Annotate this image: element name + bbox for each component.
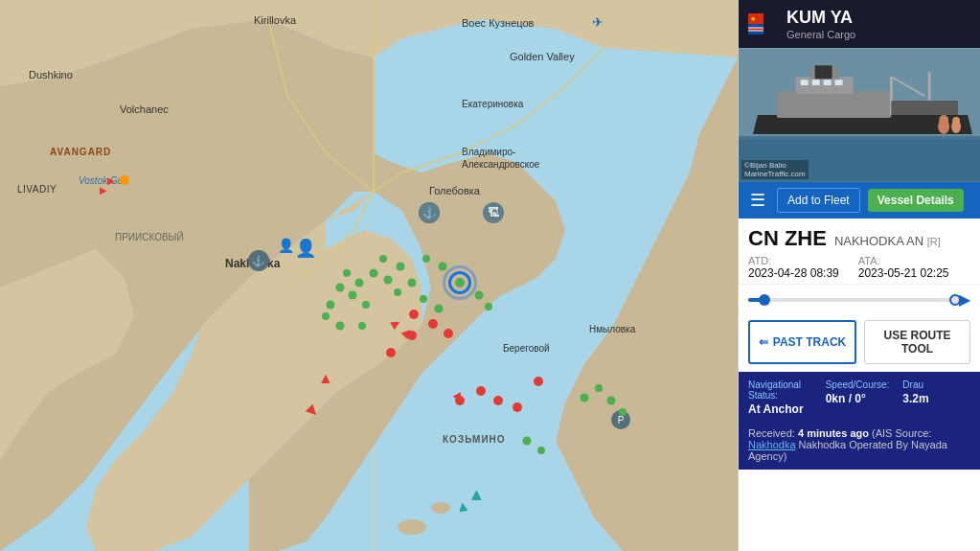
vessel-dot-r3[interactable] <box>444 329 453 338</box>
draught-label: Drau <box>902 379 970 390</box>
atd-label: ATD: <box>748 255 839 266</box>
received-row: Received: 4 minutes ago (AIS Source: Nak… <box>739 424 980 470</box>
vessel-dot-g11[interactable] <box>435 305 444 313</box>
past-track-icon: ⇐ <box>759 335 768 349</box>
vessel-dot-orange[interactable] <box>120 175 129 185</box>
port-icon-terminal[interactable]: 🏗 <box>483 202 504 223</box>
draught-value: 3.2m <box>902 392 970 405</box>
vessel-dot-r6[interactable] <box>493 396 503 405</box>
atd-block: ATD: 2023-04-28 08:39 <box>748 255 839 280</box>
svg-rect-21 <box>891 101 958 115</box>
vessel-dot-g22[interactable] <box>619 408 627 416</box>
port-icon-nakhodka[interactable]: ⚓ <box>248 250 269 271</box>
nav-status-value: At Anchor <box>748 402 816 416</box>
vessel-dot-g10[interactable] <box>420 295 427 303</box>
vessel-dot-g13[interactable] <box>379 255 387 263</box>
panel-header: ★ KUM YA General Cargo <box>739 0 980 48</box>
svg-rect-22 <box>815 65 832 79</box>
vessel-dot-g21[interactable] <box>607 397 616 405</box>
nav-status-row: Navigational Status: At Anchor Speed/Cou… <box>739 372 980 424</box>
received-agency-link[interactable]: Nakhodka <box>748 439 796 450</box>
vessel-dot-g5[interactable] <box>343 269 351 277</box>
vessel-dot-g7[interactable] <box>384 276 393 285</box>
progress-bar <box>748 298 955 302</box>
vessel-dot-g24[interactable] <box>537 447 545 454</box>
side-panel: ★ KUM YA General Cargo <box>738 0 980 551</box>
past-track-label: PAST TRACK <box>773 335 846 349</box>
cluster-icon-2: 👤 <box>278 238 294 253</box>
svg-rect-15 <box>812 80 820 85</box>
ata-value: 2023-05-21 02:25 <box>858 266 949 280</box>
vessel-dot-g25[interactable] <box>322 312 330 320</box>
atd-ata-row: ATD: 2023-04-28 08:39 ATA: 2023-05-21 02… <box>748 255 970 280</box>
vessel-dot-g1[interactable] <box>336 284 345 292</box>
selected-vessel-dot[interactable] <box>455 278 465 287</box>
vessel-header-text: KUM YA General Cargo <box>786 8 855 40</box>
vessel-dot-g14[interactable] <box>397 263 405 271</box>
vessel-dot-g18[interactable] <box>485 303 492 310</box>
vessel-dot-g19[interactable] <box>581 394 589 402</box>
vessel-dot-g23[interactable] <box>523 437 532 446</box>
ship-image-container: ©Bijan Balio MarineTraffic.com <box>739 48 980 182</box>
vessel-dot-r10[interactable] <box>386 348 396 357</box>
vessel-flag-icon: ★ <box>748 13 779 34</box>
aircraft-icon: ✈ <box>592 14 604 30</box>
speed-course-label: Speed/Course: <box>826 379 894 390</box>
add-to-fleet-button[interactable]: Add to Fleet <box>777 188 860 213</box>
vessel-arrow-1[interactable]: ▲ <box>318 370 333 387</box>
svg-point-2 <box>398 519 426 535</box>
port-icon-center-top[interactable]: ⚓ <box>419 202 440 223</box>
draught-col: Drau 3.2m <box>902 379 970 416</box>
svg-point-24 <box>939 115 948 125</box>
vessel-dot-r1[interactable] <box>409 310 419 319</box>
vessel-dot-g6[interactable] <box>370 269 378 278</box>
vessel-dot-g15[interactable] <box>422 255 430 263</box>
vessel-dot-g16[interactable] <box>439 263 447 271</box>
vessel-dot-g8[interactable] <box>394 288 401 296</box>
vessel-dot-g27[interactable] <box>358 322 366 330</box>
speed-course-value: 0kn / 0° <box>826 392 894 405</box>
toolbar-row: ☰ Add to Fleet Vessel Details <box>739 182 980 218</box>
img-credit: ©Bijan Balio MarineTraffic.com <box>741 160 809 179</box>
atd-value: 2023-04-28 08:39 <box>748 266 839 280</box>
vessel-details-button[interactable]: Vessel Details <box>868 189 964 212</box>
vessel-dot-g4[interactable] <box>355 279 364 287</box>
vessel-destination: NAKHODKA AN [R] <box>834 234 941 248</box>
svg-rect-11 <box>777 91 892 118</box>
ata-block: ATA: 2023-05-21 02:25 <box>858 255 949 280</box>
vessel-type: General Cargo <box>786 29 855 40</box>
map-area[interactable]: Kirillovka Dushkino Volchanec AVANGARD L… <box>0 0 738 551</box>
vessel-arrow-small-2[interactable]: ▶ <box>100 185 107 195</box>
flag-svg: ★ <box>748 13 779 34</box>
nav-status-col: Navigational Status: At Anchor <box>748 379 816 416</box>
vessel-dot-g17[interactable] <box>475 291 484 300</box>
use-route-tool-button[interactable]: USE ROUTE TOOL <box>864 320 970 364</box>
svg-rect-16 <box>824 80 832 85</box>
vessel-dot-g12[interactable] <box>327 301 335 310</box>
vessel-dot-r9[interactable] <box>534 377 543 386</box>
vessel-dot-g9[interactable] <box>408 279 417 287</box>
map-svg <box>0 0 738 551</box>
vessel-arrow-teal[interactable]: ▶ <box>467 490 483 500</box>
cluster-icon-1: 👤 <box>295 238 316 259</box>
progress-container: ▶ <box>739 285 980 312</box>
vessel-dot-r5[interactable] <box>476 386 486 396</box>
ata-label: ATA: <box>858 255 949 266</box>
vessel-dot-g3[interactable] <box>362 301 370 309</box>
progress-dot-end <box>949 294 961 306</box>
vessel-dot-r2[interactable] <box>428 319 438 329</box>
progress-dot-start <box>759 294 770 306</box>
action-buttons: ⇐ PAST TRACK USE ROUTE TOOL <box>739 312 980 372</box>
vessel-name: KUM YA <box>786 8 855 28</box>
vessel-dot-g26[interactable] <box>336 322 345 331</box>
vessel-id-row: CN ZHE NAKHODKA AN [R] <box>748 226 970 251</box>
received-label: Received: <box>748 427 795 439</box>
past-track-button[interactable]: ⇐ PAST TRACK <box>748 320 856 364</box>
vessel-dot-g2[interactable] <box>349 291 357 300</box>
svg-rect-27 <box>739 136 980 139</box>
svg-rect-14 <box>801 80 809 85</box>
vessel-dot-r7[interactable] <box>513 402 522 412</box>
vessel-arrow-small-1[interactable]: ▶ <box>107 175 115 186</box>
hamburger-menu-button[interactable]: ☰ <box>746 188 769 213</box>
vessel-dot-g20[interactable] <box>595 384 603 392</box>
